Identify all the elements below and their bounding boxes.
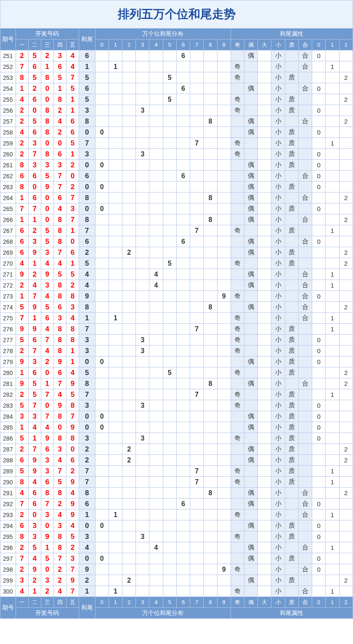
draw-digit: 6 (28, 171, 41, 182)
attr-cell (258, 433, 271, 444)
table-row: 2704144155奇小质2 (0, 258, 353, 269)
attr-cell: 小 (271, 149, 285, 160)
dist-cell (95, 346, 109, 356)
tail-cell: 2 (79, 247, 95, 258)
dist-cell (217, 422, 231, 433)
dist-cell: 6 (176, 499, 190, 509)
draw-digit: 6 (53, 367, 66, 378)
dist-cell (176, 356, 190, 367)
draw-digit: 9 (28, 302, 41, 313)
dist-cell (95, 61, 109, 72)
dist-cell (176, 564, 190, 575)
dist-cell: 0 (95, 411, 109, 422)
dist-cell (122, 116, 136, 127)
attr-cell: 0 (312, 291, 326, 302)
draw-digit: 9 (66, 509, 79, 520)
draw-digit: 9 (66, 422, 79, 433)
dist-cell (163, 378, 176, 389)
dist-cell (109, 72, 122, 83)
dist-cell (122, 324, 136, 335)
attr-cell (339, 324, 353, 335)
dist-cell: 0 (95, 356, 109, 367)
attr-cell: 偶 (244, 50, 257, 61)
attr-cell: 合 (298, 61, 312, 72)
draw-digit: 6 (16, 171, 28, 182)
dist-cell (149, 477, 163, 488)
dist-cell (109, 356, 122, 367)
draw-digit: 7 (28, 203, 41, 214)
dist-cell (95, 83, 109, 94)
table-row: 2799329100偶小质0 (0, 356, 353, 367)
attr-cell: 小 (271, 411, 285, 422)
attr-cell (231, 520, 244, 531)
attr-cell: 奇 (231, 433, 244, 444)
draw-digit: 4 (28, 553, 41, 564)
attr-cell: 2 (339, 575, 353, 586)
dist-cell (204, 280, 217, 291)
attr-cell: 偶 (244, 116, 257, 127)
attr-cell: 奇 (231, 389, 244, 400)
dist-cell (176, 313, 190, 324)
dist-cell (136, 586, 149, 597)
dist-cell (204, 149, 217, 160)
attr-cell: 0 (312, 50, 326, 61)
dist-cell (122, 411, 136, 422)
draw-digit: 2 (28, 575, 41, 586)
dist-cell (109, 50, 122, 61)
attr-cell (244, 346, 257, 356)
dist-cell (204, 346, 217, 356)
dist-cell (109, 346, 122, 356)
attr-cell: 小 (271, 291, 285, 302)
attr-cell: 小 (271, 236, 285, 247)
draw-digit: 8 (53, 291, 66, 302)
dist-cell (95, 444, 109, 455)
draw-digit: 5 (66, 389, 79, 400)
attr-cell: 小 (271, 488, 285, 499)
attr-cell (312, 586, 326, 597)
issue-cell: 286 (0, 433, 16, 444)
header-attrcol: 偶 (244, 40, 257, 50)
table-row: 2982902799奇小合0 (0, 564, 353, 575)
dist-cell (109, 477, 122, 488)
header-dist: 万个位和尾分布 (95, 29, 231, 40)
dist-cell: 9 (217, 291, 231, 302)
attr-cell: 小 (271, 575, 285, 586)
attr-cell (298, 203, 312, 214)
attr-cell: 小 (271, 324, 285, 335)
attr-cell: 偶 (244, 553, 257, 564)
draw-digit: 4 (53, 116, 66, 127)
draw-digit: 9 (66, 575, 79, 586)
dist-cell (95, 542, 109, 553)
draw-digit: 8 (53, 335, 66, 346)
dist-cell (217, 444, 231, 455)
page-title: 排列五万个位和尾走势 (0, 0, 353, 28)
dist-cell (95, 499, 109, 509)
dist-cell (217, 356, 231, 367)
dist-cell (136, 193, 149, 203)
draw-digit: 1 (28, 433, 41, 444)
attr-cell (285, 83, 298, 94)
dist-cell (122, 83, 136, 94)
attr-cell (339, 225, 353, 236)
header-attrcol: 大 (258, 40, 271, 50)
footer-distcol: 5 (163, 597, 176, 608)
footer-attrcol: 奇 (231, 597, 244, 608)
attr-cell: 奇 (231, 466, 244, 477)
dist-cell (176, 280, 190, 291)
attr-cell: 2 (339, 258, 353, 269)
dist-cell (190, 346, 204, 356)
draw-digit: 3 (66, 203, 79, 214)
attr-cell (258, 313, 271, 324)
draw-digit: 9 (28, 324, 41, 335)
draw-digit: 3 (41, 466, 53, 477)
footer-issue: 期号 (0, 597, 16, 619)
attr-cell (339, 171, 353, 182)
issue-cell: 276 (0, 324, 16, 335)
dist-cell (176, 203, 190, 214)
attr-cell (258, 586, 271, 597)
attr-cell: 奇 (231, 149, 244, 160)
attr-cell (231, 127, 244, 138)
attr-cell: 合 (298, 564, 312, 575)
dist-cell (204, 586, 217, 597)
attr-cell: 0 (312, 149, 326, 160)
